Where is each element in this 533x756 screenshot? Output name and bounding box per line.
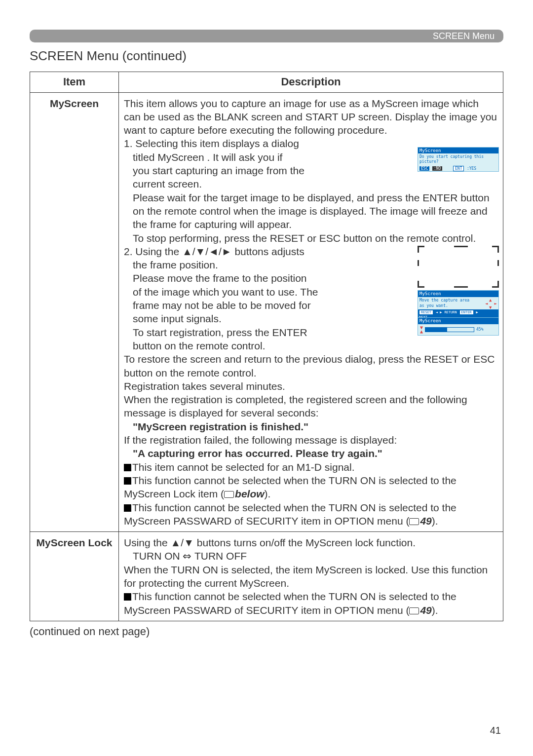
note-password: This function cannot be selected when th…	[124, 501, 498, 528]
row-item-myscreen: MyScreen	[30, 92, 119, 532]
bullet-icon	[124, 504, 131, 512]
dialog-body-1: Move the capture area	[419, 298, 469, 302]
step1-line: current screen.	[124, 177, 336, 190]
dialog-move-capture: MyScreen ▲▼◄► Move the capture area as y…	[418, 290, 499, 321]
step2-line: some input signals.	[124, 312, 336, 325]
step1-detail: Please wait for the target image to be d…	[124, 191, 498, 231]
step1-stop: To stop performing, press the RESET or E…	[124, 231, 498, 245]
esc-button: ESC	[419, 166, 429, 171]
desc-intro: This item allows you to capture an image…	[124, 97, 498, 137]
reg-time-note: Registration takes several minutes.	[124, 379, 498, 393]
note-lock: This function cannot be selected when th…	[124, 474, 498, 501]
menu-table: Item Description MyScreen MyScreen Do yo…	[30, 72, 503, 621]
table-row: MyScreen Lock Using the ▲/▼ buttons turn…	[30, 532, 503, 621]
lock-line1: Using the ▲/▼ buttons turns on/off the M…	[124, 536, 498, 549]
step2-line: the frame position.	[124, 258, 336, 271]
dialog-body: ▲▼◄► Move the capture area as you want.	[418, 297, 498, 309]
no-button: :NO	[432, 166, 442, 171]
lock-line2: When the TURN ON is selected, the item M…	[124, 563, 498, 590]
manual-icon	[409, 518, 419, 525]
enter-button: ENTER	[459, 310, 474, 315]
step2-line: of the image which you want to use. The	[124, 285, 336, 299]
bullet-icon	[124, 477, 131, 485]
row-desc-myscreen: MyScreen Do you start capturing this pic…	[119, 92, 503, 532]
manual-icon	[224, 491, 234, 498]
step2-line: To start registration, press the ENTER	[124, 326, 336, 339]
yes-label: :YES	[467, 166, 476, 171]
dialog-progress: MyScreen ▼▲ 45%	[418, 317, 499, 336]
header-menu-label: SCREEN Menu	[433, 31, 495, 41]
step2-line: Please move the frame to the position	[124, 271, 336, 285]
lock-toggle: TURN ON ⇔ TURN OFF	[124, 549, 498, 563]
hourglass-icon: ▼▲	[420, 326, 423, 334]
dialog-body: Do you start capturing this picture?	[418, 153, 498, 165]
reg-done-msg: "MyScreen registration is finished."	[124, 420, 498, 433]
col-header-item: Item	[30, 72, 119, 93]
dialog-title: MyScreen	[418, 291, 498, 298]
section-title: SCREEN Menu (continued)	[30, 48, 503, 64]
dialog-myscreen-confirm: MyScreen Do you start capturing this pic…	[418, 147, 499, 172]
note-m1d: This item cannot be selected for an M1-D…	[124, 460, 498, 474]
reg-fail-msg: "A capturing error has occurred. Please …	[124, 447, 498, 460]
progress-bar	[425, 327, 474, 332]
reg-fail-intro: If the registration failed, the followin…	[124, 433, 498, 447]
step1-line: titled MyScreen . It will ask you if	[124, 151, 336, 164]
reset-button: RESET	[419, 310, 433, 315]
continued-note: (continued on next page)	[30, 625, 503, 638]
progress-percent: 45%	[476, 327, 483, 332]
header-bar: SCREEN Menu	[30, 30, 503, 42]
step1-line: 1. Selecting this item displays a dialog	[124, 137, 336, 150]
dialog-title: MyScreen	[418, 148, 498, 154]
reg-done-intro: When the registration is completed, the …	[124, 393, 498, 420]
row-item-myscreen-lock: MyScreen Lock	[30, 532, 119, 621]
step2-line: button on the remote control.	[124, 339, 336, 352]
bullet-icon	[124, 593, 131, 601]
col-header-description: Description	[119, 72, 503, 93]
row-desc-myscreen-lock: Using the ▲/▼ buttons turns on/off the M…	[119, 532, 503, 621]
ent-button: ENT	[453, 166, 464, 171]
bullet-icon	[124, 464, 131, 471]
dialog-footer: ESC :NO ENT :YES	[418, 165, 498, 172]
crop-frame-graphic	[418, 246, 499, 288]
return-label: RETURN	[444, 310, 457, 314]
table-row: MyScreen MyScreen Do you start capturing…	[30, 92, 503, 532]
arrow-pad-icon: ▲▼◄►	[486, 299, 496, 309]
lock-note-password: This function cannot be selected when th…	[124, 590, 498, 617]
page-number: 41	[490, 725, 501, 736]
dialog-title: MyScreen	[418, 318, 498, 325]
manual-icon	[409, 607, 419, 614]
dialog-body-2: as you want.	[419, 303, 448, 308]
step2-line: 2. Using the ▲/▼/◄/► buttons adjusts	[124, 245, 336, 258]
step1-line: you start capturing an image from the	[124, 164, 336, 177]
restore-note: To restore the screen and return to the …	[124, 352, 498, 379]
dialog-body: ▼▲ 45%	[418, 324, 498, 335]
step2-line: frame may not be able to be moved for	[124, 299, 336, 312]
